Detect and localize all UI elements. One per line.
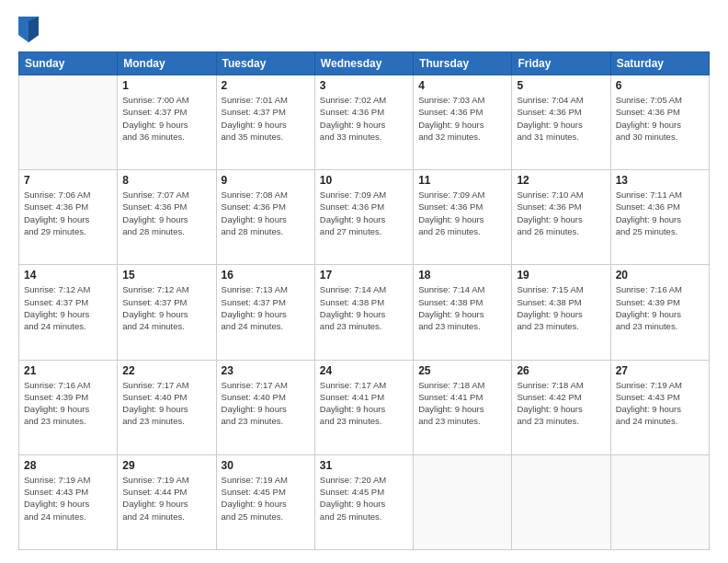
day-number: 2 [222, 79, 310, 92]
calendar-cell: 3Sunrise: 7:02 AMSunset: 4:36 PMDaylight… [314, 75, 413, 170]
calendar-cell: 18Sunrise: 7:14 AMSunset: 4:38 PMDayligh… [414, 265, 512, 360]
day-info: Sunrise: 7:20 AMSunset: 4:45 PMDaylight:… [320, 474, 408, 523]
day-info: Sunrise: 7:09 AMSunset: 4:36 PMDaylight:… [418, 189, 506, 237]
calendar-cell: 1Sunrise: 7:00 AMSunset: 4:37 PMDaylight… [118, 75, 216, 170]
day-info: Sunrise: 7:02 AMSunset: 4:36 PMDaylight:… [320, 94, 408, 143]
day-number: 11 [418, 174, 506, 187]
day-info: Sunrise: 7:16 AMSunset: 4:39 PMDaylight:… [616, 283, 704, 332]
day-number: 18 [418, 269, 506, 282]
day-number: 25 [418, 364, 506, 377]
day-info: Sunrise: 7:06 AMSunset: 4:36 PMDaylight:… [24, 189, 112, 237]
day-info: Sunrise: 7:19 AMSunset: 4:43 PMDaylight:… [24, 474, 112, 523]
day-info: Sunrise: 7:14 AMSunset: 4:38 PMDaylight:… [320, 283, 408, 332]
calendar-cell: 9Sunrise: 7:08 AMSunset: 4:36 PMDaylight… [216, 170, 314, 265]
day-number: 15 [122, 269, 210, 282]
calendar-cell: 8Sunrise: 7:07 AMSunset: 4:36 PMDaylight… [118, 170, 216, 265]
day-number: 23 [222, 364, 310, 377]
calendar-cell: 30Sunrise: 7:19 AMSunset: 4:45 PMDayligh… [216, 454, 314, 549]
day-number: 24 [320, 364, 408, 377]
day-number: 29 [122, 459, 210, 472]
day-info: Sunrise: 7:12 AMSunset: 4:37 PMDaylight:… [122, 283, 210, 332]
calendar-day-header: Saturday [610, 52, 709, 75]
calendar-cell: 25Sunrise: 7:18 AMSunset: 4:41 PMDayligh… [414, 360, 512, 454]
calendar-week-row: 1Sunrise: 7:00 AMSunset: 4:37 PMDaylight… [19, 75, 710, 170]
calendar-cell: 26Sunrise: 7:18 AMSunset: 4:42 PMDayligh… [512, 360, 610, 454]
calendar-cell: 13Sunrise: 7:11 AMSunset: 4:36 PMDayligh… [610, 170, 709, 265]
calendar-day-header: Sunday [19, 52, 118, 75]
day-info: Sunrise: 7:18 AMSunset: 4:42 PMDaylight:… [517, 379, 605, 428]
day-info: Sunrise: 7:18 AMSunset: 4:41 PMDaylight:… [418, 379, 506, 428]
calendar-cell: 5Sunrise: 7:04 AMSunset: 4:36 PMDaylight… [512, 75, 610, 170]
day-number: 17 [320, 269, 408, 282]
calendar-cell [610, 454, 709, 549]
calendar-cell: 11Sunrise: 7:09 AMSunset: 4:36 PMDayligh… [414, 170, 512, 265]
day-number: 21 [24, 364, 112, 377]
day-info: Sunrise: 7:16 AMSunset: 4:39 PMDaylight:… [24, 379, 112, 428]
day-number: 28 [24, 459, 112, 472]
day-info: Sunrise: 7:01 AMSunset: 4:37 PMDaylight:… [222, 94, 310, 143]
calendar-cell: 27Sunrise: 7:19 AMSunset: 4:43 PMDayligh… [610, 360, 709, 454]
day-info: Sunrise: 7:12 AMSunset: 4:37 PMDaylight:… [24, 283, 112, 332]
day-number: 7 [24, 174, 112, 187]
day-number: 16 [222, 269, 310, 282]
day-number: 6 [616, 79, 704, 92]
calendar-table: SundayMondayTuesdayWednesdayThursdayFrid… [18, 52, 710, 550]
day-info: Sunrise: 7:17 AMSunset: 4:40 PMDaylight:… [122, 379, 210, 428]
calendar-cell [414, 454, 512, 549]
calendar-cell: 24Sunrise: 7:17 AMSunset: 4:41 PMDayligh… [314, 360, 413, 454]
calendar-cell: 22Sunrise: 7:17 AMSunset: 4:40 PMDayligh… [118, 360, 216, 454]
calendar-week-row: 21Sunrise: 7:16 AMSunset: 4:39 PMDayligh… [19, 360, 710, 454]
calendar-week-row: 7Sunrise: 7:06 AMSunset: 4:36 PMDaylight… [19, 170, 710, 265]
day-info: Sunrise: 7:09 AMSunset: 4:36 PMDaylight:… [320, 189, 408, 237]
day-number: 8 [122, 174, 210, 187]
calendar-cell: 12Sunrise: 7:10 AMSunset: 4:36 PMDayligh… [512, 170, 610, 265]
day-info: Sunrise: 7:00 AMSunset: 4:37 PMDaylight:… [122, 94, 210, 143]
calendar-cell: 4Sunrise: 7:03 AMSunset: 4:36 PMDaylight… [414, 75, 512, 170]
calendar-cell: 19Sunrise: 7:15 AMSunset: 4:38 PMDayligh… [512, 265, 610, 360]
day-info: Sunrise: 7:15 AMSunset: 4:38 PMDaylight:… [517, 283, 605, 332]
calendar-cell: 6Sunrise: 7:05 AMSunset: 4:36 PMDaylight… [610, 75, 709, 170]
day-number: 4 [418, 79, 506, 92]
calendar-header-row: SundayMondayTuesdayWednesdayThursdayFrid… [19, 52, 710, 75]
calendar-day-header: Monday [118, 52, 216, 75]
calendar-cell: 28Sunrise: 7:19 AMSunset: 4:43 PMDayligh… [19, 454, 118, 549]
day-info: Sunrise: 7:19 AMSunset: 4:45 PMDaylight:… [222, 474, 310, 523]
calendar-cell: 15Sunrise: 7:12 AMSunset: 4:37 PMDayligh… [118, 265, 216, 360]
day-info: Sunrise: 7:05 AMSunset: 4:36 PMDaylight:… [616, 94, 704, 143]
calendar-cell: 17Sunrise: 7:14 AMSunset: 4:38 PMDayligh… [314, 265, 413, 360]
calendar-cell: 29Sunrise: 7:19 AMSunset: 4:44 PMDayligh… [118, 454, 216, 549]
day-info: Sunrise: 7:13 AMSunset: 4:37 PMDaylight:… [222, 283, 310, 332]
calendar-week-row: 28Sunrise: 7:19 AMSunset: 4:43 PMDayligh… [19, 454, 710, 549]
day-number: 14 [24, 269, 112, 282]
day-number: 10 [320, 174, 408, 187]
calendar-week-row: 14Sunrise: 7:12 AMSunset: 4:37 PMDayligh… [19, 265, 710, 360]
calendar-cell: 2Sunrise: 7:01 AMSunset: 4:37 PMDaylight… [216, 75, 314, 170]
day-info: Sunrise: 7:14 AMSunset: 4:38 PMDaylight:… [418, 283, 506, 332]
day-info: Sunrise: 7:03 AMSunset: 4:36 PMDaylight:… [418, 94, 506, 143]
logo-icon [18, 17, 39, 42]
day-number: 26 [517, 364, 605, 377]
calendar-day-header: Friday [512, 52, 610, 75]
day-info: Sunrise: 7:04 AMSunset: 4:36 PMDaylight:… [517, 94, 605, 143]
calendar-cell: 20Sunrise: 7:16 AMSunset: 4:39 PMDayligh… [610, 265, 709, 360]
logo [18, 17, 42, 42]
calendar-cell: 7Sunrise: 7:06 AMSunset: 4:36 PMDaylight… [19, 170, 118, 265]
calendar-cell: 14Sunrise: 7:12 AMSunset: 4:37 PMDayligh… [19, 265, 118, 360]
calendar-cell: 10Sunrise: 7:09 AMSunset: 4:36 PMDayligh… [314, 170, 413, 265]
day-info: Sunrise: 7:07 AMSunset: 4:36 PMDaylight:… [122, 189, 210, 237]
day-info: Sunrise: 7:10 AMSunset: 4:36 PMDaylight:… [517, 189, 605, 237]
day-number: 1 [122, 79, 210, 92]
header [18, 17, 710, 42]
day-number: 19 [517, 269, 605, 282]
day-number: 5 [517, 79, 605, 92]
day-number: 9 [222, 174, 310, 187]
day-number: 13 [616, 174, 704, 187]
day-info: Sunrise: 7:19 AMSunset: 4:44 PMDaylight:… [122, 474, 210, 523]
calendar-cell: 21Sunrise: 7:16 AMSunset: 4:39 PMDayligh… [19, 360, 118, 454]
day-number: 27 [616, 364, 704, 377]
day-info: Sunrise: 7:19 AMSunset: 4:43 PMDaylight:… [616, 379, 704, 428]
calendar-cell: 23Sunrise: 7:17 AMSunset: 4:40 PMDayligh… [216, 360, 314, 454]
day-number: 3 [320, 79, 408, 92]
calendar-cell [512, 454, 610, 549]
calendar-day-header: Thursday [414, 52, 512, 75]
